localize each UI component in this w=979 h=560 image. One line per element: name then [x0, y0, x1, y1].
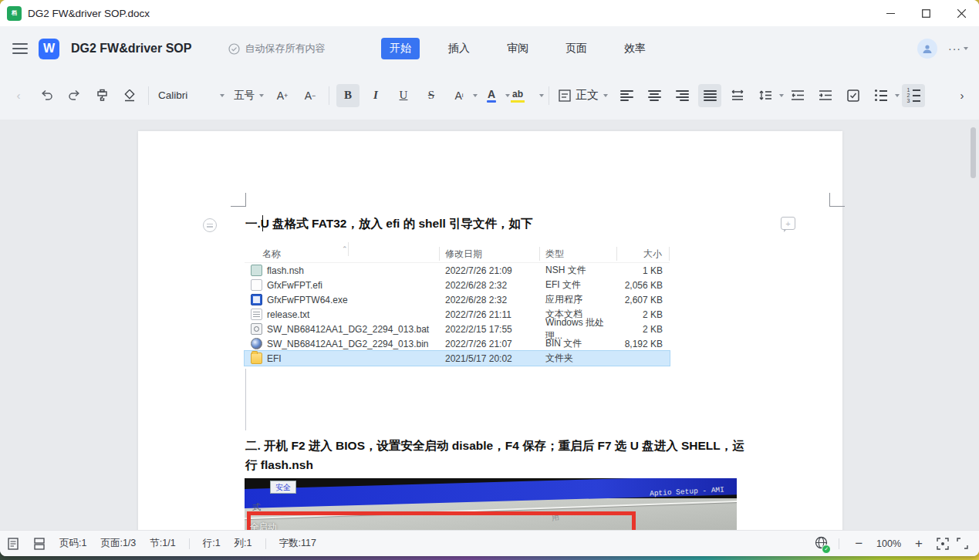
margin-crop-mark-left — [231, 193, 246, 207]
status-section[interactable]: 节:1/1 — [150, 537, 175, 550]
justify-button[interactable] — [698, 84, 721, 107]
paragraph-outline-handle[interactable] — [203, 218, 217, 232]
checkbox-list-button[interactable] — [842, 84, 865, 107]
explorer-file-row[interactable]: EFI 2021/5/17 20:02 文件夹 — [245, 351, 670, 366]
paragraph-style-select[interactable]: 正文 — [554, 84, 613, 107]
file-name: GfxFwFPTW64.exe — [267, 292, 348, 307]
letter-spacing-button[interactable] — [726, 84, 749, 107]
file-date: 2022/7/26 21:07 — [440, 336, 540, 351]
chevron-down-icon — [220, 94, 224, 97]
more-menu-button[interactable]: ··· — [948, 42, 968, 55]
embedded-explorer-screenshot[interactable]: ⌃ 名称 修改日期 类型 大小 flash.nsh 2022/7/26 21:0… — [245, 245, 670, 366]
add-comment-icon[interactable]: + — [781, 217, 795, 230]
format-painter-button[interactable] — [90, 84, 113, 107]
bullet-list-button[interactable] — [869, 84, 893, 107]
redo-button[interactable] — [62, 84, 86, 107]
toolbar-scroll-left-icon[interactable]: ‹ — [7, 84, 30, 107]
tab-insert[interactable]: 插入 — [440, 38, 478, 59]
text-effects-button[interactable]: Ai — [447, 84, 471, 107]
explorer-file-row[interactable]: SW_NB68412AA1_DG2_2294_013.bin 2022/7/26… — [245, 336, 670, 351]
chevron-down-icon[interactable] — [895, 94, 900, 97]
explorer-file-row[interactable]: GfxFwFPTW64.exe 2022/6/28 2:32 应用程序 2,60… — [245, 292, 670, 307]
explorer-file-row[interactable]: flash.nsh 2022/7/26 21:09 NSH 文件 1 KB — [245, 263, 670, 278]
page-view-icon[interactable] — [8, 538, 19, 550]
wps-writer-window: 档 DG2 FW&driver SOP.docx W DG2 FW&driver… — [0, 0, 979, 556]
col-size: 大小 — [617, 247, 670, 261]
fullscreen-icon[interactable] — [957, 538, 968, 549]
style-box-icon — [559, 89, 571, 102]
bold-button[interactable]: B — [336, 84, 360, 107]
file-name: release.txt — [267, 307, 309, 322]
menu-hamburger-icon[interactable] — [12, 43, 28, 54]
multi-page-view-icon[interactable] — [34, 538, 45, 550]
file-type-icon — [251, 323, 262, 335]
document-canvas[interactable]: 一.U 盘格式 FAT32，放入 efi 的 shell 引导文件，如下 + ⌃… — [0, 120, 979, 531]
font-color-button[interactable]: A — [480, 84, 503, 107]
margin-crop-mark-right — [829, 193, 845, 207]
file-type-icon — [251, 279, 262, 291]
font-family-select[interactable]: Calibri — [154, 84, 229, 107]
wps-writer-logo[interactable]: W — [39, 39, 59, 59]
file-type-icon — [251, 353, 262, 364]
status-line: 行:1 — [203, 537, 221, 550]
chevron-down-icon[interactable] — [473, 94, 478, 97]
col-date: 修改日期 — [440, 247, 540, 261]
font-size-value: 五号 — [234, 89, 255, 103]
tab-page[interactable]: 页面 — [557, 38, 596, 59]
tab-efficiency[interactable]: 效率 — [616, 38, 654, 59]
zoom-in-button[interactable]: + — [915, 537, 923, 550]
align-right-button[interactable] — [670, 84, 694, 107]
status-page-number[interactable]: 页码:1 — [59, 537, 86, 550]
numbered-list-button[interactable] — [902, 84, 925, 107]
decrease-font-button[interactable]: A− — [299, 84, 322, 107]
zoom-out-button[interactable]: − — [855, 537, 863, 550]
user-avatar[interactable] — [917, 39, 937, 59]
tab-review[interactable]: 审阅 — [498, 38, 537, 59]
language-sync-icon[interactable]: ✓ — [815, 536, 828, 552]
highlight-color-button[interactable]: ab — [512, 84, 537, 107]
close-button[interactable] — [944, 0, 979, 26]
italic-button[interactable]: I — [364, 84, 387, 107]
status-word-count[interactable]: 字数:117 — [279, 537, 316, 550]
align-center-button[interactable] — [643, 84, 666, 107]
file-size: 2 KB — [617, 322, 670, 336]
chevron-down-icon[interactable] — [505, 94, 510, 97]
text-cursor — [262, 215, 263, 231]
font-size-select[interactable]: 五号 — [229, 84, 268, 107]
status-page-count[interactable]: 页面:1/3 — [100, 537, 136, 550]
file-type-icon — [251, 309, 262, 320]
explorer-file-row[interactable]: GfxFwFPT.efi 2022/6/28 2:32 EFI 文件 2,056… — [245, 278, 670, 292]
file-name: SW_NB68412AA1_DG2_2294_013.bin — [267, 336, 428, 351]
maximize-button[interactable] — [908, 0, 944, 26]
file-date: 2022/7/26 21:09 — [440, 263, 540, 278]
file-type-icon — [251, 294, 262, 305]
minimize-button[interactable] — [873, 0, 908, 26]
file-type-icon — [251, 265, 262, 276]
status-bar: 页码:1 页面:1/3 节:1/1 行:1 列:1 字数:117 ✓ − 100… — [0, 530, 979, 556]
decrease-indent-button[interactable] — [786, 84, 809, 107]
fit-page-icon[interactable] — [937, 538, 949, 550]
embedded-bios-photo[interactable]: 安全 Aptio Setup - AMI 式 用 全启动 — [245, 478, 737, 531]
chevron-down-icon[interactable] — [539, 94, 544, 97]
ribbon-header: W DG2 FW&driver SOP 自动保存所有内容 开始 插入 审阅 页面… — [0, 26, 979, 71]
toolbar-scroll-right-icon[interactable]: › — [950, 84, 974, 107]
file-date: 2021/5/17 20:02 — [440, 351, 540, 366]
strikethrough-button[interactable]: S — [420, 84, 443, 107]
document-title: DG2 FW&driver SOP — [71, 42, 191, 56]
clear-format-eraser-button[interactable] — [118, 84, 141, 107]
increase-font-button[interactable]: A+ — [271, 84, 294, 107]
explorer-file-row[interactable]: SW_NB68412AA1_DG2_2294_013.bat 2022/2/15… — [245, 322, 670, 336]
align-left-button[interactable] — [615, 84, 638, 107]
chevron-down-icon[interactable] — [779, 94, 784, 97]
tab-home[interactable]: 开始 — [381, 38, 420, 59]
vertical-scrollbar[interactable] — [971, 127, 976, 178]
line-spacing-button[interactable] — [754, 84, 777, 107]
file-type: NSH 文件 — [540, 263, 617, 278]
col-type: 类型 — [540, 247, 617, 261]
undo-button[interactable] — [35, 84, 58, 107]
more-menu-dots: ··· — [948, 42, 961, 55]
sort-ascending-icon: ⌃ — [342, 242, 349, 256]
underline-button[interactable]: U — [392, 84, 415, 107]
zoom-level-value[interactable]: 100% — [876, 538, 901, 549]
increase-indent-button[interactable] — [814, 84, 837, 107]
